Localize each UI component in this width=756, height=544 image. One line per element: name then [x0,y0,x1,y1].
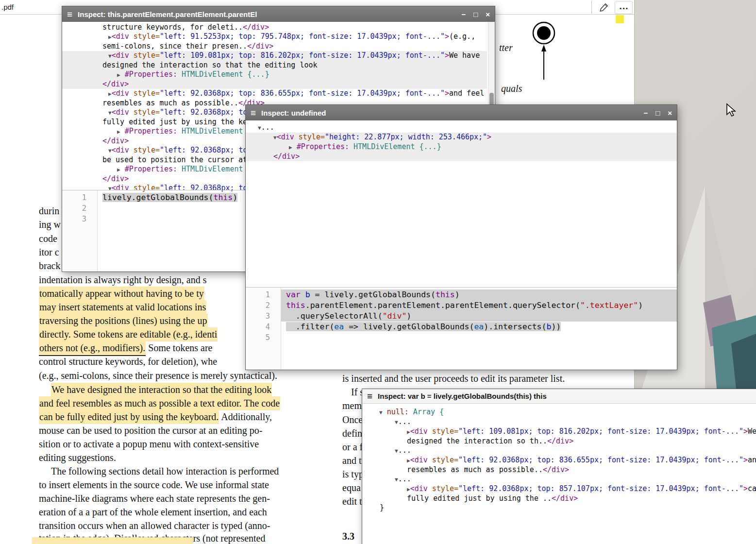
expand-arrow-icon: ▶ [117,167,120,173]
tree-row[interactable]: designed the interaction so th..</div> [362,437,756,446]
tag-token: </div> [102,174,129,183]
properties-label-token: #Properties: [120,165,177,173]
tag-token: > [445,89,449,98]
window-body: ▼ null: Array {▼...▶<div style="left: 10… [362,404,756,544]
def-token: b [305,290,310,299]
text-token: fully edited just by using the .. [407,494,552,503]
properties-label-token: #Properties: [120,70,177,79]
attribute-name-token: style= [428,484,458,493]
tag-token: > [445,51,449,60]
inspector-window-2[interactable]: ≡ Inspect: undefined − □ × ▼...▼<div sty… [245,104,677,370]
tree-row[interactable]: designed the interaction so that the edi… [62,61,487,70]
tag-token: </div> [102,136,129,145]
attribute-name-token: style= [129,108,160,117]
close-button[interactable]: × [486,10,490,18]
tree-row[interactable]: ▼... [362,446,756,456]
line-number: 2 [246,300,281,311]
tag-token: </div> [247,42,273,51]
tree-row[interactable]: resembles as much as possible..</div> [362,465,756,475]
tree-row[interactable]: ▼... [362,475,756,484]
text-token: We have [748,427,756,436]
close-button[interactable]: × [668,109,672,117]
tree-row[interactable]: ▼<div style="left: 109.081px; top: 816.2… [62,51,487,61]
expand-arrow-icon: ▶ [407,486,410,493]
code-line[interactable]: .querySelectorAll("div") [281,311,677,322]
code-line[interactable]: var b = lively.getGlobalBounds(this) [281,289,677,300]
line-number: 1 [246,289,281,300]
tree-row[interactable]: </div> [62,80,487,89]
code-line[interactable]: .filter(ea => lively.getGlobalBounds(ea)… [281,322,677,332]
expand-arrow-icon: ▶ [108,34,112,40]
expand-arrow-icon: ▶ [289,144,292,151]
menu-icon[interactable]: ≡ [251,108,256,118]
editor-code[interactable]: var b = lively.getGlobalBounds(this)this… [281,288,677,370]
editor-gutter: 12345 [246,288,281,370]
expand-arrow-icon: ▶ [117,129,120,135]
window-titlebar[interactable]: ≡ Inspect: undefined − □ × [246,105,677,120]
plain-token: ).intersects( [484,322,546,331]
tag-token: <div [112,51,129,60]
maximize-button[interactable]: □ [473,10,478,18]
tag-token: <div [112,89,129,98]
doc-text-italic: tter [499,42,513,53]
attribute-value-token: "left: 92.0368px; top: 836.655px; font-s… [160,89,445,98]
text-token: resembles as much as possible.. [407,465,543,474]
tree-row[interactable]: ▼... [246,123,677,133]
minimize-button[interactable]: − [461,10,466,18]
tag-token: <div [410,456,428,464]
window-titlebar[interactable]: ≡ Inspect: var b = lively.getGlobalBound… [362,389,756,404]
maximize-button[interactable]: □ [655,109,660,117]
menu-icon[interactable]: ≡ [367,391,372,401]
attribute-name-token: style= [294,133,325,141]
text-token: ... [398,446,411,455]
tree-row[interactable]: ▶ #Properties: HTMLDivElement {...} [246,142,677,152]
tree-row[interactable]: fully edited just by using the ..</div> [362,494,756,503]
tree-row[interactable]: ▼ null: Array { [362,408,756,417]
text-token: can be [748,484,756,493]
tree-row[interactable]: semi-colons, since their presen..</div> [62,42,487,51]
tag-token: > [743,484,748,493]
text-token: } [380,503,384,512]
editor-gutter: 123 [62,190,98,272]
expand-arrow-icon: ▼ [108,53,112,59]
code-line[interactable]: this.parentElement.parentElement.parentE… [281,300,677,311]
tree-row[interactable]: ▶<div style="left: 92.0368px; top: 836.6… [62,89,487,99]
variable-token: ea [474,322,484,331]
tree-row[interactable]: structure keywords, for deleti..</div> [62,23,487,32]
minimize-button[interactable]: − [643,109,648,117]
inspector-window-3[interactable]: ≡ Inspect: var b = lively.getGlobalBound… [362,389,756,544]
plain-token: .filter( [286,322,334,331]
tree-row[interactable]: ▶<div style="left: 92.0368px; top: 857.1… [362,484,756,494]
variable-token: ea [334,322,344,331]
tag-token: <div [112,108,129,117]
tag-token: <div [410,427,428,436]
plain-token: => lively.getGlobalBounds( [344,322,474,331]
attribute-name-token: style= [428,427,458,436]
tag-token: <div [112,32,129,41]
plain-token: ) [406,311,411,321]
plain-token: ) [638,301,643,310]
text-token: designed the interaction so that the edi… [102,61,318,69]
expand-arrow-icon: ▼ [395,419,398,425]
expand-arrow-icon: ▼ [395,448,398,454]
expand-arrow-icon: ▼ [108,148,112,154]
code-editor[interactable]: 12345 var b = lively.getGlobalBounds(thi… [246,287,677,370]
window-titlebar[interactable]: ≡ Inspect: this.parentElement.parentElem… [62,6,495,22]
tree-row[interactable]: } [362,503,756,512]
selection: .filter(ea => lively.getGlobalBounds(ea)… [286,322,561,331]
tree-row[interactable]: ▶<div style="left: 92.0368px; top: 836.6… [362,456,756,465]
pdf-figure-label: quals [501,84,522,94]
tree-row[interactable]: ▶<div style="left: 109.081px; top: 816.2… [362,427,756,437]
menu-icon[interactable]: ≡ [67,10,72,19]
pdf-figure-label: tter [499,43,513,53]
tree-row[interactable]: ▼<div style="height: 22.877px; width: 25… [246,133,677,142]
dom-tree: ▼...▼<div style="height: 22.877px; width… [246,123,677,287]
expand-arrow-icon: ▼ [108,110,112,116]
tree-row[interactable]: ▶<div style="left: 91.5253px; top: 795.7… [62,32,487,42]
tree-row[interactable]: ▶ #Properties: HTMLDivElement {...} [62,70,487,80]
attribute-value-token: "left: 109.081px; top: 816.202px; font-s… [160,51,445,60]
attribute-name-token: style= [428,456,458,464]
expand-arrow-icon: ▶ [117,72,120,78]
tree-row[interactable]: </div> [246,152,677,161]
tree-row[interactable]: ▼... [362,417,756,427]
